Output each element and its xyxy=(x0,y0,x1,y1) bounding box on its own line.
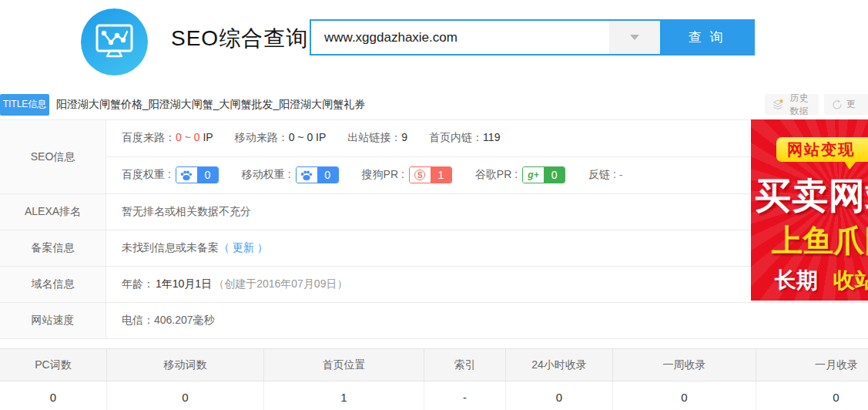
query-button[interactable]: 查 询 xyxy=(660,21,753,54)
sogou-pr: 搜狗PR : S 1 xyxy=(362,166,452,183)
value-index: - xyxy=(424,381,506,410)
value-mobile-words: 0 xyxy=(107,381,264,410)
ad-headline: 买卖网站 xyxy=(755,172,868,220)
row-label-icp: 备案信息 xyxy=(0,230,106,266)
refresh-icon xyxy=(832,99,843,110)
ad-bubble: 网站变现 xyxy=(776,137,868,162)
sogou-icon: S xyxy=(410,167,431,183)
domain-age-label: 年龄： xyxy=(122,277,154,291)
title-info-bar: TITLE信息 阳澄湖大闸蟹价格_阳澄湖大闸蟹_大闸蟹批发_阳澄湖大闸蟹礼券 历… xyxy=(0,93,868,116)
baidu-paw-icon xyxy=(297,167,317,183)
col-header-month: 一月收录 xyxy=(756,349,868,381)
baidu-weight: 百度权重 : 0 xyxy=(122,166,219,183)
row-label-speed: 网站速度 xyxy=(0,303,106,338)
ad-banner[interactable]: 网站变现 买卖网站 上鱼爪网 长期收站 xyxy=(751,119,868,301)
baidu-paw-icon xyxy=(176,167,197,183)
value-week: 0 xyxy=(613,381,756,410)
baidu-traffic: 百度来路：0 ~ 0 IP xyxy=(122,131,213,145)
table-row-domain: 域名信息 年龄： 1年10月1日 （创建于2016年07月09日） xyxy=(0,267,868,303)
value-home-position: 1 xyxy=(264,381,424,410)
baidu-weight-badge[interactable]: 0 xyxy=(176,166,219,183)
layers-icon xyxy=(772,99,783,110)
header: SEO综合查询 查 询 xyxy=(0,0,868,85)
table-row-alexa: ALEXA排名 暂无排名或相关数据不充分 xyxy=(0,194,868,230)
outbound-links: 出站链接：9 xyxy=(347,131,407,145)
speed-value-text: 电信：406.207毫秒 xyxy=(122,314,215,328)
page-title: SEO综合查询 xyxy=(171,24,308,53)
search-bar: 查 询 xyxy=(310,19,755,55)
url-search-input[interactable] xyxy=(311,21,609,54)
site-title-text: 阳澄湖大闸蟹价格_阳澄湖大闸蟹_大闸蟹批发_阳澄湖大闸蟹礼券 xyxy=(56,98,365,112)
col-header-week: 一周收录 xyxy=(613,349,756,381)
table-row-speed: 网站速度 电信：406.207毫秒 xyxy=(0,303,868,339)
app-logo xyxy=(81,8,148,76)
col-header-index: 索引 xyxy=(424,349,506,381)
history-data-button[interactable]: 历史数据 xyxy=(765,94,819,115)
col-header-home-position: 首页位置 xyxy=(264,349,424,381)
row-label-seo: SEO信息 xyxy=(0,120,106,193)
row-label-domain: 域名信息 xyxy=(0,267,106,302)
chevron-down-icon xyxy=(630,35,639,40)
ad-subline: 上鱼爪网 xyxy=(772,220,868,262)
stats-table: PC词数 移动词数 首页位置 索引 24小时收录 一周收录 一月收录 0 0 1… xyxy=(0,348,868,410)
domain-created-date: （创建于2016年07月09日） xyxy=(213,277,347,291)
google-plus-icon: g+ xyxy=(523,167,544,183)
col-header-24h: 24小时收录 xyxy=(506,349,613,381)
row-label-alexa: ALEXA排名 xyxy=(0,194,106,230)
sogou-pr-badge[interactable]: S 1 xyxy=(409,166,452,183)
mobile-weight-badge[interactable]: 0 xyxy=(296,166,339,183)
value-month: 0 xyxy=(756,381,868,410)
backlinks: 反链 : - xyxy=(588,168,622,182)
alexa-status-text: 暂无排名或相关数据不充分 xyxy=(122,205,251,219)
mobile-weight: 移动权重 : 0 xyxy=(242,166,339,183)
search-history-dropdown[interactable] xyxy=(609,21,660,54)
stats-header-row: PC词数 移动词数 首页位置 索引 24小时收录 一周收录 一月收录 xyxy=(0,348,868,381)
ad-tags: 长期收站 xyxy=(775,266,868,295)
icp-status-text: 未找到信息或未备案 xyxy=(122,241,219,255)
refresh-data-button[interactable]: 更 xyxy=(824,94,868,115)
stats-value-row: 0 0 1 - 0 0 0 xyxy=(0,381,868,410)
icp-update-link[interactable]: （ 更新 ） xyxy=(219,241,268,255)
mobile-traffic: 移动来路：0 ~ 0 IP xyxy=(235,131,327,145)
table-row-icp: 备案信息 未找到信息或未备案 （ 更新 ） xyxy=(0,230,868,267)
google-pr: 谷歌PR : g+ 0 xyxy=(475,166,565,183)
domain-age-value: 1年10月1日 xyxy=(156,277,212,291)
seo-info-table: SEO信息 百度来路：0 ~ 0 IP 移动来路：0 ~ 0 IP 出站链接：9… xyxy=(0,119,868,339)
title-info-badge: TITLE信息 xyxy=(0,94,49,116)
refresh-label: 更 xyxy=(846,98,856,111)
value-pc-words: 0 xyxy=(0,381,107,410)
table-row-seo-info: SEO信息 百度来路：0 ~ 0 IP 移动来路：0 ~ 0 IP 出站链接：9… xyxy=(0,120,868,194)
value-24h: 0 xyxy=(506,381,613,410)
col-header-mobile-words: 移动词数 xyxy=(107,349,264,381)
history-data-label: 历史数据 xyxy=(787,92,811,118)
homepage-inner-links: 首页内链：119 xyxy=(429,131,500,145)
col-header-pc-words: PC词数 xyxy=(0,349,107,381)
ad-tag-buysite: 收站 xyxy=(833,268,868,292)
google-pr-badge[interactable]: g+ 0 xyxy=(522,166,565,183)
ad-tag-longterm: 长期 xyxy=(775,268,818,292)
seo-query-page: SEO综合查询 查 询 TITLE信息 阳澄湖大闸蟹价格_阳澄湖大闸蟹_大闸蟹批… xyxy=(0,0,868,410)
